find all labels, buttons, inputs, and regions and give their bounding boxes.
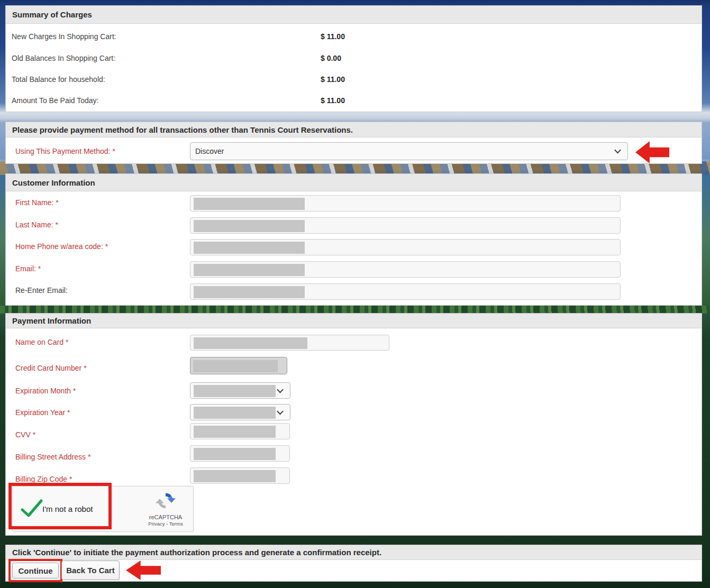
summary-label: Amount To Be Paid Today:: [12, 96, 98, 105]
redacted-value: [193, 360, 278, 372]
name-on-card-field[interactable]: [190, 335, 389, 351]
footer-instruction-bar: Click 'Continue' to initiate the payment…: [6, 545, 702, 560]
payment-method-panel: Please provide payment method for all tr…: [5, 122, 702, 164]
summary-label: Total Balance for household:: [12, 75, 105, 84]
payment-method-header: Please provide payment method for all tr…: [6, 122, 702, 137]
reenter-email-field[interactable]: [190, 283, 621, 300]
redacted-value: [194, 448, 276, 460]
payment-information-panel: Payment Information Name on Card * Credi…: [5, 313, 702, 536]
chevron-down-icon: [277, 386, 284, 393]
chevron-down-icon: [614, 147, 621, 154]
email-field[interactable]: [190, 261, 621, 278]
annotation-box-recaptcha: [8, 483, 112, 529]
redacted-value: [194, 286, 305, 298]
summary-value: $ 11.00: [321, 32, 345, 41]
recaptcha-branding: reCAPTCHA Privacy - Terms: [145, 491, 186, 527]
panel-title: Summary of Charges: [12, 10, 92, 19]
annotation-arrow-left-icon: [635, 141, 669, 163]
redacted-value: [194, 385, 276, 397]
footer-instruction-text: Click 'Continue' to initiate the payment…: [12, 548, 381, 557]
panel-title: Payment Information: [12, 316, 91, 325]
summary-label: Old Balances In Shopping Cart:: [12, 54, 115, 62]
last-name-field[interactable]: [190, 217, 621, 234]
customer-information-panel: Customer Information First Name: * Last …: [5, 173, 702, 306]
recaptcha-privacy-terms-links[interactable]: Privacy - Terms: [145, 521, 186, 527]
redacted-value: [194, 407, 276, 419]
redacted-value: [194, 337, 307, 349]
summary-row: Total Balance for household:: [12, 75, 105, 84]
summary-row: New Charges In Shopping Cart:: [12, 32, 116, 41]
checkout-page: Summary of Charges New Charges In Shoppi…: [0, 0, 710, 588]
payment-method-label: Using This Payment Method: *: [15, 147, 115, 155]
redacted-value: [194, 220, 305, 232]
summary-row: Old Balances In Shopping Cart:: [12, 54, 115, 62]
redacted-value: [194, 264, 305, 276]
background-grass: [0, 306, 710, 314]
first-name-label: First Name: *: [15, 198, 59, 207]
home-phone-field[interactable]: [190, 239, 621, 255]
summary-row: Amount To Be Paid Today:: [12, 96, 98, 105]
home-phone-label: Home Phone w/area code: *: [15, 242, 108, 251]
annotation-box-continue: [8, 559, 62, 582]
payment-information-header: Payment Information: [6, 314, 702, 328]
name-on-card-label: Name on Card *: [15, 338, 68, 346]
back-to-cart-button[interactable]: Back To Cart: [61, 561, 120, 580]
expiration-month-select[interactable]: [190, 382, 290, 399]
expiration-month-label: Expiration Month *: [15, 387, 76, 395]
reenter-email-label: Re-Enter Email:: [15, 286, 68, 295]
expiration-year-label: Expiration Year *: [15, 408, 70, 417]
chevron-down-icon: [277, 408, 284, 415]
recaptcha-logo-icon: [155, 491, 176, 511]
credit-card-number-field[interactable]: [190, 357, 287, 374]
customer-information-header: Customer Information: [6, 174, 702, 191]
annotation-arrow-left-icon: [126, 561, 161, 580]
last-name-label: Last Name: *: [15, 221, 58, 229]
redacted-value: [194, 470, 276, 482]
summary-value: $ 11.00: [321, 96, 345, 105]
first-name-field[interactable]: [190, 195, 621, 212]
recaptcha-brand-text: reCAPTCHA: [145, 514, 186, 520]
billing-zip-code-field[interactable]: [190, 467, 290, 484]
summary-value: $ 11.00: [321, 75, 345, 84]
credit-card-number-label: Credit Card Number *: [15, 364, 87, 372]
panel-title: Please provide payment method for all tr…: [12, 125, 353, 134]
summary-value: $ 0.00: [321, 54, 341, 62]
redacted-value: [194, 242, 305, 254]
redacted-value: [194, 198, 305, 210]
cvv-label: CVV *: [15, 430, 35, 439]
back-to-cart-button-label: Back To Cart: [66, 566, 114, 575]
billing-street-address-field[interactable]: [190, 445, 290, 462]
billing-street-address-label: Billing Street Address *: [15, 453, 90, 461]
summary-of-charges-panel: Summary of Charges New Charges In Shoppi…: [5, 5, 702, 112]
summary-label: New Charges In Shopping Cart:: [12, 32, 116, 41]
footer-actions-panel: Click 'Continue' to initiate the payment…: [5, 545, 702, 582]
email-label: Email: *: [15, 264, 41, 273]
payment-method-select[interactable]: Discover: [190, 142, 628, 160]
expiration-year-select[interactable]: [190, 404, 290, 420]
cvv-field[interactable]: [190, 423, 290, 439]
redacted-value: [194, 426, 276, 438]
billing-zip-code-label: Billing Zip Code *: [15, 475, 72, 483]
payment-method-selected-value: Discover: [195, 147, 224, 155]
panel-title: Customer Information: [12, 178, 95, 187]
summary-of-charges-header: Summary of Charges: [6, 6, 702, 24]
